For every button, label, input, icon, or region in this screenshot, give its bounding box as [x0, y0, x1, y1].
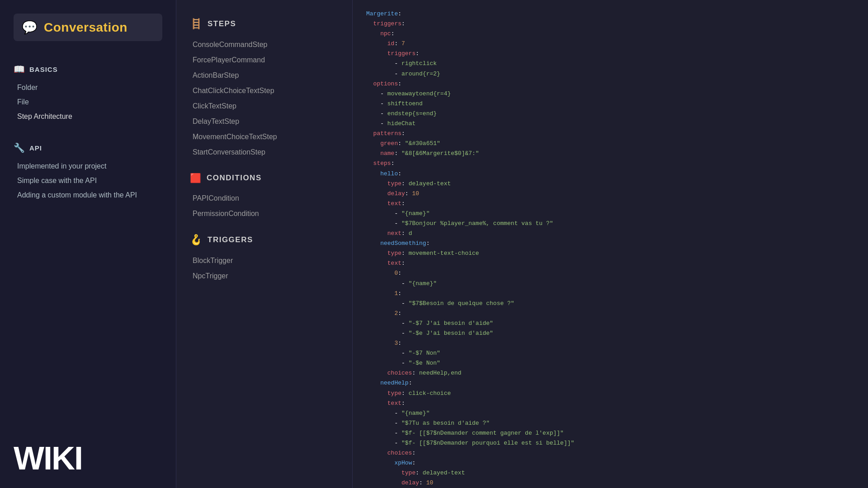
api-header: 🔧 API	[14, 142, 162, 153]
sidebar: 💬 Conversation 📖 BASICS Folder File Step…	[0, 0, 176, 488]
nav-click-text-step[interactable]: ClickTextStep	[190, 99, 339, 113]
api-section: 🔧 API Implemented in your project Simple…	[14, 138, 162, 203]
nav-action-bar-step[interactable]: ActionBarStep	[190, 69, 339, 82]
conditions-title: CONDITIONS	[207, 174, 262, 183]
api-label: API	[29, 144, 42, 152]
app-title: Conversation	[44, 20, 127, 35]
triggers-title: TRIGGERS	[208, 235, 253, 244]
nav-custom-module[interactable]: Adding a custom module with the API	[14, 188, 162, 202]
triggers-header: 🪝 TRIGGERS	[190, 234, 339, 246]
nav-folder[interactable]: Folder	[14, 81, 162, 94]
wrench-icon: 🔧	[14, 142, 25, 153]
nav-chat-click-choice-text-step[interactable]: ChatClickChoiceTextStep	[190, 84, 339, 98]
steps-header: 🪜 STEPS	[190, 18, 339, 30]
basics-header: 📖 BASICS	[14, 64, 162, 75]
nav-papi-condition[interactable]: PAPICondition	[190, 192, 339, 205]
basics-section: 📖 BASICS Folder File Step Architecture	[14, 59, 162, 124]
nav-start-conversation-step[interactable]: StartConversationStep	[190, 145, 339, 159]
triggers-section: 🪝 TRIGGERS BlockTrigger NpcTrigger	[190, 234, 339, 283]
steps-title: STEPS	[208, 19, 236, 28]
nav-file[interactable]: File	[14, 95, 162, 109]
code-block: Margerite: triggers: npc: id: 7 triggers…	[366, 9, 854, 488]
logo-area: 💬 Conversation	[14, 14, 162, 41]
ladder-icon: 🪜	[190, 18, 202, 30]
nav-implemented[interactable]: Implemented in your project	[14, 160, 162, 173]
red-square-icon: 🟥	[190, 173, 201, 183]
book-icon: 📖	[14, 64, 25, 75]
conditions-header: 🟥 CONDITIONS	[190, 173, 339, 183]
conditions-section: 🟥 CONDITIONS PAPICondition PermissionCon…	[190, 173, 339, 221]
nav-step-architecture[interactable]: Step Architecture	[14, 110, 162, 123]
middle-content: 🪜 STEPS ConsoleCommandStep ForcePlayerCo…	[176, 0, 353, 488]
nav-block-trigger[interactable]: BlockTrigger	[190, 254, 339, 267]
wiki-logo: WIKI	[14, 433, 162, 474]
steps-section: 🪜 STEPS ConsoleCommandStep ForcePlayerCo…	[190, 18, 339, 159]
chat-icon: 💬	[22, 20, 38, 35]
nav-npc-trigger[interactable]: NpcTrigger	[190, 269, 339, 283]
code-panel: Margerite: triggers: npc: id: 7 triggers…	[353, 0, 868, 488]
nav-simple-case[interactable]: Simple case with the API	[14, 174, 162, 188]
nav-movement-choice-text-step[interactable]: MovementChoiceTextStep	[190, 130, 339, 144]
nav-permission-condition[interactable]: PermissionCondition	[190, 207, 339, 221]
wiki-wordmark: WIKI	[14, 442, 162, 474]
hook-icon: 🪝	[190, 234, 202, 246]
basics-label: BASICS	[29, 66, 58, 73]
nav-console-command-step[interactable]: ConsoleCommandStep	[190, 38, 339, 52]
nav-force-player-command[interactable]: ForcePlayerCommand	[190, 53, 339, 67]
nav-delay-text-step[interactable]: DelayTextStep	[190, 115, 339, 128]
